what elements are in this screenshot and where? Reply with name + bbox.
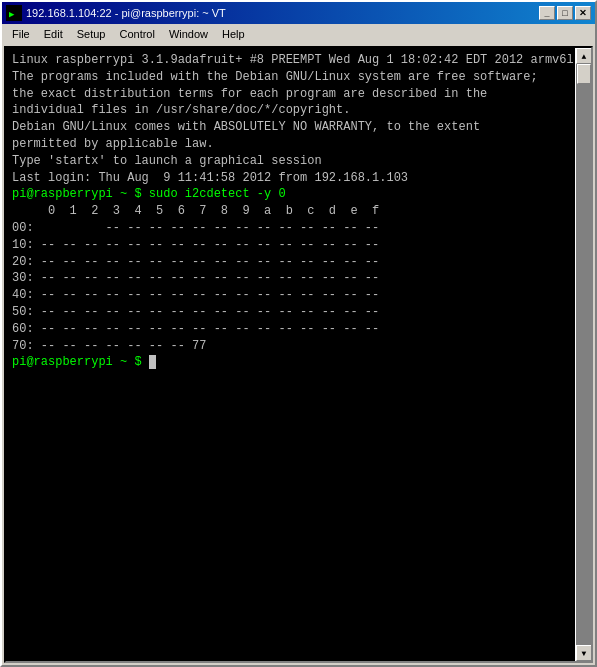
terminal-line: Linux raspberrypi 3.1.9adafruit+ #8 PREE… bbox=[12, 52, 569, 69]
terminal-line: 50: -- -- -- -- -- -- -- -- -- -- -- -- … bbox=[12, 304, 569, 321]
terminal-line: 40: -- -- -- -- -- -- -- -- -- -- -- -- … bbox=[12, 287, 569, 304]
menu-bar: FileEditSetupControlWindowHelp bbox=[2, 24, 595, 44]
close-button[interactable]: ✕ bbox=[575, 6, 591, 20]
terminal-line: 60: -- -- -- -- -- -- -- -- -- -- -- -- … bbox=[12, 321, 569, 338]
menu-item-control[interactable]: Control bbox=[113, 26, 160, 42]
menu-item-file[interactable]: File bbox=[6, 26, 36, 42]
scroll-down-button[interactable]: ▼ bbox=[576, 645, 592, 661]
terminal-outer: Linux raspberrypi 3.1.9adafruit+ #8 PREE… bbox=[2, 44, 595, 665]
terminal-line: pi@raspberrypi ~ $ bbox=[12, 354, 569, 371]
terminal-line: Type 'startx' to launch a graphical sess… bbox=[12, 153, 569, 170]
menu-item-setup[interactable]: Setup bbox=[71, 26, 112, 42]
maximize-button[interactable]: □ bbox=[557, 6, 573, 20]
menu-item-help[interactable]: Help bbox=[216, 26, 251, 42]
scroll-up-button[interactable]: ▲ bbox=[576, 48, 592, 64]
terminal-line: permitted by applicable law. bbox=[12, 136, 569, 153]
menu-item-window[interactable]: Window bbox=[163, 26, 214, 42]
terminal-line: 00: -- -- -- -- -- -- -- -- -- -- -- -- … bbox=[12, 220, 569, 237]
cursor bbox=[149, 355, 156, 369]
minimize-button[interactable]: _ bbox=[539, 6, 555, 20]
terminal-line: the exact distribution terms for each pr… bbox=[12, 86, 569, 103]
title-bar-left: ▶ 192.168.1.104:22 - pi@raspberrypi: ~ V… bbox=[6, 5, 226, 21]
terminal-window: ▶ 192.168.1.104:22 - pi@raspberrypi: ~ V… bbox=[0, 0, 597, 667]
title-buttons: _ □ ✕ bbox=[539, 6, 591, 20]
terminal-container: Linux raspberrypi 3.1.9adafruit+ #8 PREE… bbox=[4, 46, 593, 663]
menu-item-edit[interactable]: Edit bbox=[38, 26, 69, 42]
terminal-line: pi@raspberrypi ~ $ sudo i2cdetect -y 0 bbox=[12, 186, 569, 203]
terminal-line: 20: -- -- -- -- -- -- -- -- -- -- -- -- … bbox=[12, 254, 569, 271]
scrollbar[interactable]: ▲ ▼ bbox=[575, 48, 591, 661]
terminal-line: 0 1 2 3 4 5 6 7 8 9 a b c d e f bbox=[12, 203, 569, 220]
terminal-line: Last login: Thu Aug 9 11:41:58 2012 from… bbox=[12, 170, 569, 187]
terminal-line: 30: -- -- -- -- -- -- -- -- -- -- -- -- … bbox=[12, 270, 569, 287]
terminal-icon: ▶ bbox=[6, 5, 22, 21]
terminal-line: The programs included with the Debian GN… bbox=[12, 69, 569, 86]
title-bar: ▶ 192.168.1.104:22 - pi@raspberrypi: ~ V… bbox=[2, 2, 595, 24]
terminal-line: 10: -- -- -- -- -- -- -- -- -- -- -- -- … bbox=[12, 237, 569, 254]
scroll-track[interactable] bbox=[576, 64, 591, 645]
svg-text:▶: ▶ bbox=[9, 9, 15, 19]
terminal-scroll[interactable]: Linux raspberrypi 3.1.9adafruit+ #8 PREE… bbox=[6, 48, 575, 661]
terminal-line: Debian GNU/Linux comes with ABSOLUTELY N… bbox=[12, 119, 569, 136]
scroll-thumb[interactable] bbox=[577, 64, 591, 84]
window-title: 192.168.1.104:22 - pi@raspberrypi: ~ VT bbox=[26, 7, 226, 19]
terminal-line: individual files in /usr/share/doc/*/cop… bbox=[12, 102, 569, 119]
terminal-line: 70: -- -- -- -- -- -- -- 77 bbox=[12, 338, 569, 355]
